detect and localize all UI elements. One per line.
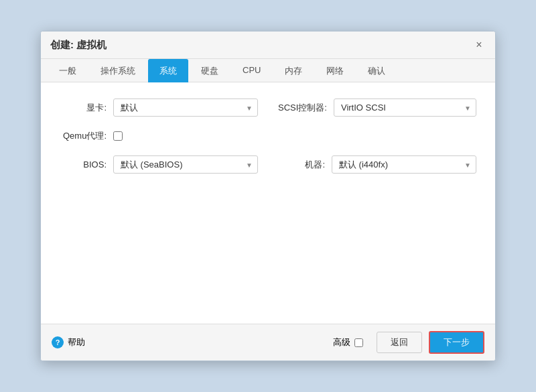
back-button[interactable]: 返回 [377,332,422,353]
tab-general[interactable]: 一般 [48,59,88,82]
machine-wrap: 默认 (i440fx) ▼ [332,155,476,174]
tab-memory[interactable]: 内存 [273,59,314,82]
dialog-title: 创建: 虚拟机 [50,39,107,52]
scsi-wrap: VirtIO SCSI ▼ [334,99,476,117]
group-qemu: Qemu代理: [60,130,258,142]
advanced-wrap: 高级 [333,336,363,348]
footer-right: 高级 返回 下一步 [333,331,484,354]
bios-wrap: 默认 (SeaBIOS) ▼ [113,155,258,174]
advanced-label: 高级 [333,336,350,348]
tab-os[interactable]: 操作系统 [89,59,147,82]
title-bar: 创建: 虚拟机 × [41,31,495,59]
group-scsi: SCSI控制器: VirtIO SCSI ▼ [278,99,476,117]
footer-left: ? 帮助 [52,336,85,348]
form-body: 显卡: 默认 ▼ SCSI控制器: VirtIO SCSI ▼ [41,82,495,324]
dialog-footer: ? 帮助 高级 返回 下一步 [41,324,495,361]
bios-select[interactable]: 默认 (SeaBIOS) [113,155,258,174]
help-label: 帮助 [68,336,85,348]
create-vm-dialog: 创建: 虚拟机 × 一般 操作系统 系统 硬盘 CPU 内存 网络 确认 显卡:… [40,31,496,361]
tab-disk[interactable]: 硬盘 [190,59,230,82]
tab-system[interactable]: 系统 [148,59,188,82]
row-bios-machine: BIOS: 默认 (SeaBIOS) ▼ 机器: 默认 (i440fx) ▼ [60,155,476,174]
advanced-checkbox[interactable] [354,338,363,347]
display-card-select[interactable]: 默认 [113,99,258,117]
tab-network[interactable]: 网络 [315,59,355,82]
tab-confirm[interactable]: 确认 [356,59,397,82]
row-display-scsi: 显卡: 默认 ▼ SCSI控制器: VirtIO SCSI ▼ [60,99,476,117]
tab-cpu[interactable]: CPU [231,59,272,82]
close-button[interactable]: × [472,38,486,52]
machine-label: 机器: [278,159,325,171]
display-card-label: 显卡: [60,102,107,114]
help-icon[interactable]: ? [52,336,64,348]
scsi-select[interactable]: VirtIO SCSI [334,99,476,117]
display-card-wrap: 默认 ▼ [113,99,258,117]
group-bios: BIOS: 默认 (SeaBIOS) ▼ [60,155,258,174]
group-display-card: 显卡: 默认 ▼ [60,99,258,117]
scsi-label: SCSI控制器: [278,102,327,114]
row-qemu: Qemu代理: [60,130,476,142]
machine-select[interactable]: 默认 (i440fx) [332,155,476,174]
group-machine: 机器: 默认 (i440fx) ▼ [278,155,476,174]
tab-bar: 一般 操作系统 系统 硬盘 CPU 内存 网络 确认 [41,59,495,82]
qemu-checkbox[interactable] [113,131,123,141]
bios-label: BIOS: [60,159,107,170]
next-button[interactable]: 下一步 [429,331,484,354]
qemu-label: Qemu代理: [60,130,107,142]
